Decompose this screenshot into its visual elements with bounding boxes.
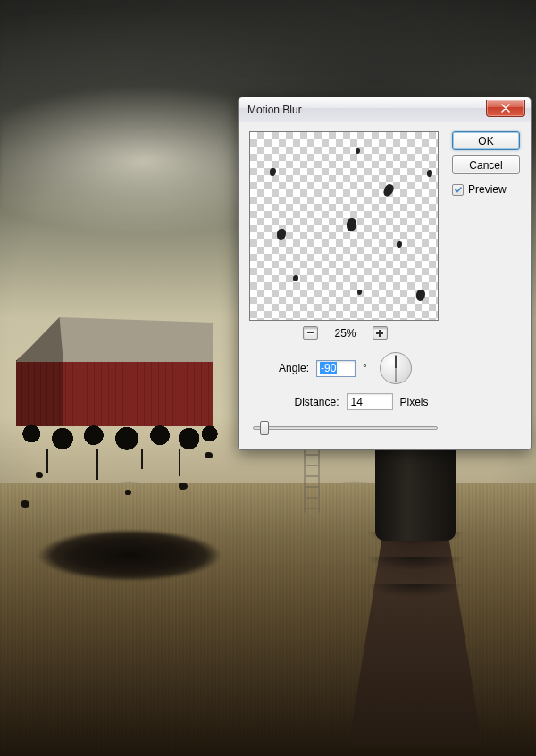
distance-label: Distance: [294, 396, 339, 408]
ok-button[interactable]: OK [452, 131, 520, 150]
ladder [302, 449, 322, 513]
dialog-title: Motion Blur [247, 104, 486, 116]
cancel-button[interactable]: Cancel [452, 155, 520, 174]
plus-icon [376, 330, 383, 337]
debris [205, 452, 213, 458]
dialog-titlebar[interactable]: Motion Blur [239, 97, 531, 122]
angle-label: Angle: [279, 362, 309, 374]
debris [125, 490, 131, 495]
preview-checkbox[interactable]: Preview [452, 183, 520, 196]
preview-label: Preview [468, 183, 507, 196]
angle-unit: ° [363, 362, 367, 374]
distance-unit: Pixels [400, 396, 429, 408]
angle-dial[interactable] [380, 352, 412, 384]
minus-icon [307, 332, 314, 334]
motion-blur-dialog: Motion Blur 25% [238, 97, 532, 450]
transparency-checker [250, 132, 438, 320]
close-button[interactable] [486, 100, 525, 117]
debris [21, 500, 29, 508]
distance-input[interactable]: 14 [347, 393, 393, 410]
crater [13, 511, 246, 592]
filter-preview[interactable] [249, 131, 439, 321]
distance-slider[interactable] [253, 419, 438, 435]
floating-barn [16, 317, 213, 442]
angle-input[interactable]: -90 [316, 360, 356, 377]
debris [36, 472, 43, 478]
woman-figure [348, 407, 482, 746]
zoom-in-button[interactable] [373, 326, 388, 340]
zoom-out-button[interactable] [303, 326, 318, 340]
zoom-percent: 25% [334, 327, 356, 340]
close-icon [501, 104, 510, 113]
slider-thumb[interactable] [260, 421, 269, 435]
debris [179, 483, 188, 490]
checkbox-icon [452, 184, 464, 196]
